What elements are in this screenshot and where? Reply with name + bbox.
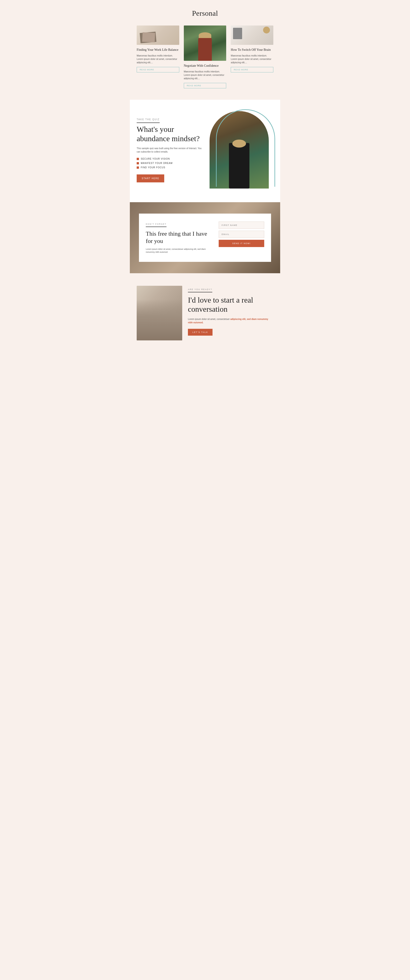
site-title: Personal (137, 9, 273, 18)
email-input[interactable] (219, 231, 264, 238)
freebie-tag: DON'T FORGET (146, 223, 166, 227)
blog-card-3: How To Switch Off Your Brain Maecenas fa… (231, 25, 273, 72)
post-3-image (231, 25, 273, 45)
post-2-excerpt: Maecenas faucibus mollis interdum. Lorem… (184, 70, 227, 80)
quiz-list-item-3: FIND YOUR FOCUS (137, 166, 203, 169)
blog-section: Personal Finding Your Work Life Balance … (130, 0, 280, 100)
post-3-read-more[interactable]: READ MORE (231, 67, 273, 72)
freebie-card: DON'T FORGET This free thing that I have… (139, 213, 271, 262)
conversation-tag: ARE YOU READY? (188, 288, 212, 292)
post-1-excerpt: Maecenas faucibus mollis interdum. Lorem… (137, 54, 179, 64)
quiz-arch-image (209, 111, 269, 189)
post-2-read-more[interactable]: READ MORE (184, 83, 227, 88)
blog-grid: Finding Your Work Life Balance Maecenas … (137, 25, 273, 88)
quiz-right (209, 111, 273, 189)
blog-card-2: Negotiate With Confidence Maecenas fauci… (184, 25, 227, 88)
quiz-start-button[interactable]: START HERE (137, 174, 164, 182)
freebie-description: Lorem ipsum dolor sit amet, consectetuer… (146, 248, 213, 254)
quiz-tag: TAKE THE QUIZ (137, 118, 160, 123)
conversation-image (137, 286, 182, 340)
first-name-input[interactable] (219, 221, 264, 229)
post-1-title: Finding Your Work Life Balance (137, 48, 179, 52)
freebie-left: DON'T FORGET This free thing that I have… (146, 221, 213, 254)
post-3-excerpt: Maecenas faucibus mollis interdum. Lorem… (231, 54, 273, 64)
post-2-title: Negotiate With Confidence (184, 64, 227, 68)
conversation-headline: I'd love to start a real conversation (188, 296, 273, 314)
quiz-list-item-1: SECURE YOUR VISION (137, 158, 203, 160)
conversation-right: ARE YOU READY? I'd love to start a real … (188, 286, 273, 336)
freebie-section: DON'T FORGET This free thing that I have… (130, 202, 280, 273)
freebie-headline: This free thing that I have for you (146, 230, 213, 245)
conversation-highlight: adipiscing elit, sed diam nonummy nibh e… (188, 318, 268, 324)
quiz-description: This sample quiz was built using the fre… (137, 146, 203, 153)
post-1-read-more[interactable]: READ MORE (137, 67, 179, 72)
lets-talk-button[interactable]: LET'S TALK (188, 329, 212, 336)
quiz-list: SECURE YOUR VISION MANIFEST YOUR DREAM F… (137, 158, 203, 169)
quiz-left: TAKE THE QUIZ What's your abundance mind… (137, 117, 203, 183)
send-button[interactable]: SEND IT NOW! (219, 240, 264, 247)
quiz-headline: What's your abundance mindset? (137, 125, 203, 143)
conversation-description: Lorem ipsum dolor sit amet, consectetuer… (188, 317, 273, 324)
quiz-list-item-2: MANIFEST YOUR DREAM (137, 162, 203, 164)
blog-card-1: Finding Your Work Life Balance Maecenas … (137, 25, 179, 72)
freebie-right: SEND IT NOW! (219, 221, 264, 247)
post-2-image (184, 25, 227, 61)
conversation-section: ARE YOU READY? I'd love to start a real … (130, 273, 280, 354)
quiz-section: TAKE THE QUIZ What's your abundance mind… (130, 100, 280, 202)
post-3-title: How To Switch Off Your Brain (231, 48, 273, 52)
post-1-image (137, 25, 179, 45)
